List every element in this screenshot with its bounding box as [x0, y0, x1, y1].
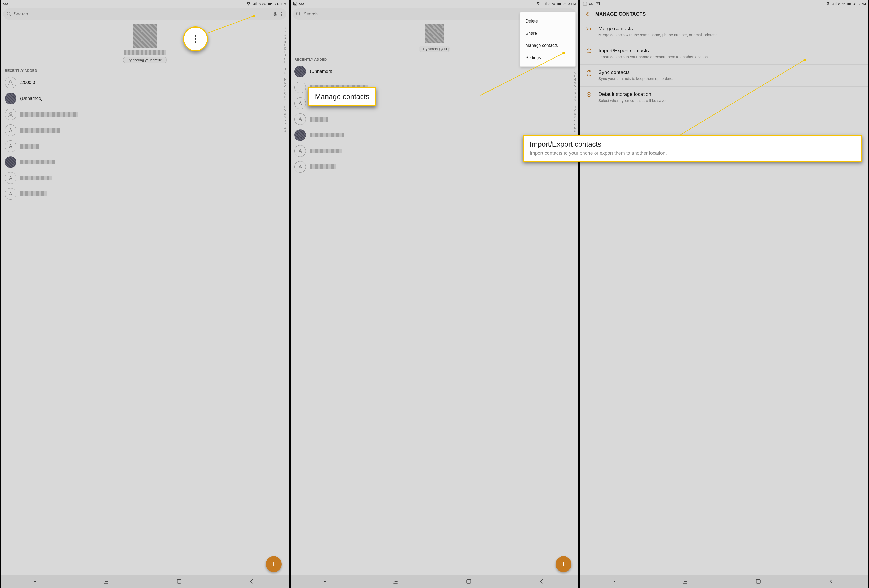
svg-point-28 [563, 52, 565, 54]
callout-manage-contacts: Manage contacts [308, 87, 376, 106]
svg-line-34 [667, 60, 805, 143]
callout-subtitle: Import contacts to your phone or export … [530, 150, 856, 156]
svg-point-35 [804, 59, 806, 61]
screen-overflow-menu: 88% 3:13 PM Try sharing your profile. RE… [289, 0, 579, 588]
screen-manage-contacts: 87% 3:13 PM MANAGE CONTACTS Merge contac… [580, 0, 869, 588]
callout-title: Manage contacts [315, 93, 369, 101]
screen-contacts-main: 88% 3:13 PM Try sharing your profile. RE… [0, 0, 289, 588]
callout-overflow [183, 27, 208, 51]
callout-title: Import/Export contacts [530, 141, 856, 149]
more-vert-icon [194, 34, 197, 44]
callout-import-export: Import/Export contacts Import contacts t… [523, 135, 862, 161]
svg-line-27 [480, 53, 564, 95]
svg-point-21 [253, 15, 255, 17]
